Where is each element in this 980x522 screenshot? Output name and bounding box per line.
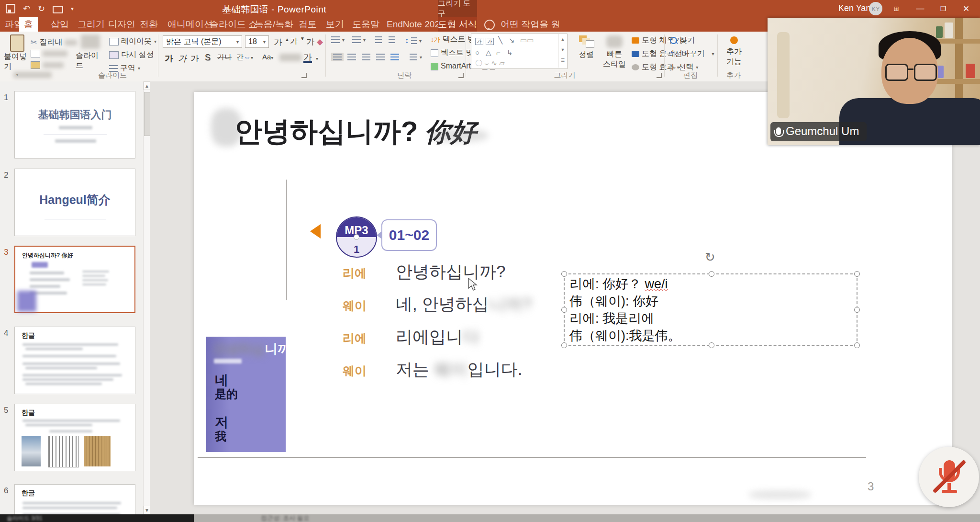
textbox-vertical-icon[interactable]: 가 bbox=[486, 38, 494, 45]
line-spacing-button[interactable]: ↕▾ bbox=[405, 36, 422, 45]
slide-canvas[interactable]: 안녕하십니까?你好 MP3 1 01~02 리에 안녕하십니까? 웨이 네, 안… bbox=[194, 92, 952, 505]
elbow-connector-icon[interactable]: ⌐ bbox=[496, 48, 501, 57]
highlight-button-redacted[interactable] bbox=[279, 54, 301, 61]
rotate-handle-icon[interactable]: ↻ bbox=[705, 250, 715, 265]
freeform-shape-icon[interactable]: 〇 ⌣ ∿ ▱ bbox=[475, 59, 504, 68]
replace-button[interactable]: 가↓ 바꾸기▾ bbox=[670, 49, 714, 59]
grow-font-button[interactable]: 가▲ bbox=[274, 36, 290, 48]
undo-icon[interactable]: ↶ bbox=[23, 2, 30, 15]
line-shape-icon[interactable]: ╲ bbox=[498, 36, 502, 45]
align-center-button[interactable] bbox=[347, 54, 356, 60]
bold-button[interactable]: 가 bbox=[165, 53, 173, 64]
tab-shape-format[interactable]: 도형 서식 bbox=[438, 17, 477, 32]
translation-text-box[interactable]: 리에: 你好？ we/i 伟（웨이): 你好 리에: 我是리에 伟（웨이):我是… bbox=[564, 273, 858, 346]
justify-button[interactable] bbox=[376, 54, 385, 60]
scroll-down-arrow[interactable]: ▼ bbox=[144, 506, 150, 514]
resize-handle-nw[interactable] bbox=[561, 271, 567, 277]
underline-button[interactable]: 가 bbox=[190, 53, 199, 64]
webcam-video-tile[interactable]: Geumchul Um bbox=[768, 18, 980, 145]
oval-shape-icon[interactable]: ○ bbox=[475, 48, 479, 57]
align-right-button[interactable] bbox=[362, 54, 370, 60]
close-button[interactable]: ✕ bbox=[958, 3, 974, 14]
strikethrough-button[interactable]: 가나 bbox=[217, 53, 232, 62]
save-icon[interactable] bbox=[6, 4, 15, 13]
reset-button[interactable]: 다시 설정 bbox=[109, 50, 154, 60]
shapes-gallery-scroll[interactable]: ▲▼☰ bbox=[558, 34, 567, 68]
columns-button[interactable]: ▾ bbox=[410, 54, 422, 60]
text-shadow-button[interactable]: S bbox=[205, 53, 211, 63]
resize-handle-s[interactable] bbox=[709, 342, 714, 348]
bullets-button[interactable]: ▾ bbox=[331, 36, 345, 43]
slide-thumbnail-3-selected[interactable]: 안녕하십니까? 你好 bbox=[14, 246, 135, 313]
ribbon-display-options-icon[interactable]: ⊞ bbox=[888, 3, 904, 14]
account-name[interactable]: Ken Yan bbox=[838, 3, 870, 13]
copy-button[interactable] bbox=[31, 50, 67, 57]
drawing-dialog-launcher[interactable] bbox=[657, 73, 662, 78]
arrow-shape-icon[interactable]: ↘ bbox=[509, 36, 515, 45]
paste-button[interactable]: 붙여넣기 ▾ bbox=[4, 34, 31, 77]
textbox-horizontal-icon[interactable]: 가 bbox=[475, 38, 483, 45]
slide-thumbnail-6[interactable]: 한글 bbox=[14, 484, 135, 514]
tab-review[interactable]: 검토 bbox=[294, 17, 322, 32]
shrink-font-button[interactable]: 가▼ bbox=[290, 36, 305, 46]
tab-transitions[interactable]: 전환 bbox=[135, 17, 163, 32]
addins-button[interactable]: 추가 기능 bbox=[721, 36, 747, 67]
translation-text[interactable]: 리에: 你好？ we/i 伟（웨이): 你好 리에: 我是리에 伟（웨이):我是… bbox=[569, 275, 681, 344]
slide-thumbnail-2[interactable]: Hangeul简介 bbox=[14, 169, 135, 236]
decrease-indent-button[interactable] bbox=[375, 36, 382, 43]
character-spacing-button[interactable]: 간⇔▾ bbox=[236, 53, 253, 62]
cut-button[interactable]: ✂ 잘라내 bbox=[31, 37, 77, 47]
tab-view[interactable]: 보기 bbox=[321, 17, 349, 32]
zoom-unmute-button[interactable] bbox=[919, 447, 979, 507]
italic-button[interactable]: 가 bbox=[178, 53, 187, 64]
sidebar-scrollbar[interactable]: ▲ ▼ bbox=[143, 81, 150, 514]
account-avatar[interactable]: KY bbox=[869, 2, 882, 15]
resize-handle-se[interactable] bbox=[854, 342, 860, 348]
shape-blurred-icon[interactable]: ▭▭ bbox=[520, 36, 534, 45]
redo-icon[interactable]: ↻ bbox=[38, 2, 45, 15]
minimize-button[interactable]: — bbox=[912, 3, 928, 14]
change-case-button[interactable]: Aa▾ bbox=[262, 53, 273, 61]
resize-handle-sw[interactable] bbox=[561, 342, 567, 348]
shapes-gallery[interactable]: 가 가 ╲ ↘ ▭▭ ○ △ ⌐ ↳ 〇 ⌣ ∿ ▱ ▲▼☰ bbox=[471, 34, 568, 69]
resize-handle-e[interactable] bbox=[854, 307, 860, 313]
format-painter-button[interactable] bbox=[31, 61, 64, 69]
resize-handle-w[interactable] bbox=[561, 307, 567, 313]
tab-record[interactable]: 녹음/녹화 bbox=[250, 17, 298, 32]
clear-formatting-button[interactable]: 가◆ bbox=[306, 36, 323, 47]
resize-handle-ne[interactable] bbox=[854, 271, 860, 277]
font-color-arrow[interactable]: ▾ bbox=[316, 53, 318, 63]
arrange-button[interactable]: 정렬 bbox=[573, 35, 599, 60]
curve-connector-icon[interactable]: ↳ bbox=[507, 48, 513, 57]
slideshow-icon[interactable] bbox=[53, 6, 63, 13]
tell-me-box[interactable]: 어떤 작업을 원 bbox=[496, 17, 565, 32]
find-button[interactable]: 찾기 bbox=[670, 35, 695, 45]
increase-indent-button[interactable] bbox=[389, 36, 395, 43]
glasses-right-lens bbox=[914, 64, 937, 81]
tab-home[interactable]: 홈 bbox=[19, 17, 38, 32]
font-dialog-launcher[interactable] bbox=[301, 73, 307, 78]
status-accessibility[interactable]: 접근성: 조사 필요 bbox=[261, 514, 310, 522]
restore-button[interactable]: ❐ bbox=[935, 3, 951, 14]
align-left-button[interactable] bbox=[331, 53, 344, 61]
font-color-button[interactable]: 가 bbox=[303, 53, 312, 63]
font-name-combo[interactable]: 맑은 고딕 (본문)▾ bbox=[163, 35, 242, 48]
resize-handle-n[interactable] bbox=[709, 271, 714, 277]
customize-qat-icon[interactable]: ▾ bbox=[71, 2, 74, 15]
layout-button[interactable]: 레이아웃▾ bbox=[109, 36, 156, 46]
status-bar-right: 접근성: 조사 필요 bbox=[194, 514, 980, 522]
scroll-up-arrow[interactable]: ▲ bbox=[144, 81, 150, 90]
triangle-shape-icon[interactable]: △ bbox=[486, 48, 491, 57]
quick-styles-button[interactable]: 빠른 스타일 bbox=[601, 35, 628, 69]
distribute-button[interactable] bbox=[390, 54, 399, 60]
slide-thumbnail-1[interactable]: 基础韩国语入门 bbox=[14, 91, 135, 159]
paragraph-dialog-launcher[interactable] bbox=[458, 73, 464, 78]
numbering-button[interactable]: ▾ bbox=[352, 36, 366, 43]
slide-thumbnail-4[interactable]: 한글 bbox=[14, 327, 135, 394]
scrollbar-thumb[interactable] bbox=[144, 92, 150, 136]
tab-insert[interactable]: 삽입 bbox=[46, 17, 74, 32]
new-slide-button[interactable]: 슬라이드 bbox=[76, 34, 105, 71]
tab-help[interactable]: 도움말 bbox=[347, 17, 384, 32]
slide-thumbnail-5[interactable]: 한글 bbox=[14, 404, 135, 471]
font-size-combo[interactable]: 18▾ bbox=[245, 35, 269, 48]
